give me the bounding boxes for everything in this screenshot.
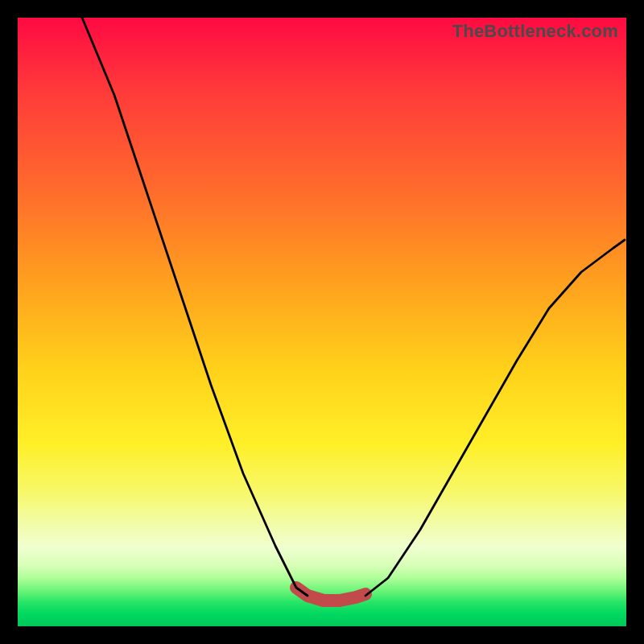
watermark-text: TheBottleneck.com bbox=[452, 21, 618, 42]
chart-curves bbox=[18, 18, 626, 626]
chart-frame: TheBottleneck.com bbox=[18, 18, 626, 626]
right-branch-path bbox=[365, 240, 625, 596]
left-branch-path bbox=[82, 18, 308, 596]
